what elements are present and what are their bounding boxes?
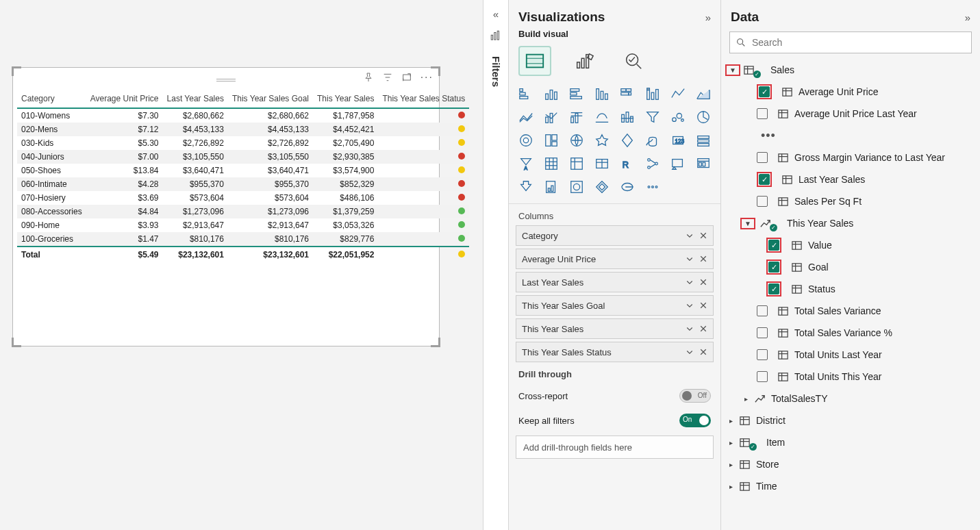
viz-type-icon[interactable] [566,177,588,197]
tree-table[interactable]: ▼✓Sales [725,59,976,81]
collapse-data-icon[interactable]: » [965,12,970,23]
table-row[interactable]: 020-Mens$7.12$4,453,133$4,453,133$4,452,… [17,123,469,136]
viz-type-icon[interactable] [667,108,688,127]
viz-type-icon[interactable] [541,84,562,103]
tree-table[interactable]: ▸Time [725,475,976,497]
expand-caret-icon[interactable]: ▸ [725,483,736,490]
remove-icon[interactable] [699,301,707,310]
viz-type-icon[interactable]: R [617,154,638,173]
expand-caret-icon[interactable]: ▸ [725,461,736,468]
table-row[interactable]: 010-Womens$7.30$2,680,662$2,680,662$1,78… [17,108,469,123]
column-header[interactable]: This Year Sales [313,91,378,108]
viz-type-icon[interactable] [566,108,588,127]
field-checkbox[interactable] [757,371,768,382]
tab-analytics[interactable] [617,46,650,76]
viz-type-icon[interactable] [592,154,613,173]
table-row[interactable]: 100-Groceries$1.47$810,176$810,176$829,7… [17,232,469,247]
viz-type-icon[interactable] [617,84,638,103]
viz-type-icon[interactable] [541,131,562,150]
tree-field[interactable]: Total Sales Variance % [725,322,976,344]
field-checkbox[interactable] [757,196,768,207]
viz-type-icon[interactable] [667,84,688,103]
remove-icon[interactable] [699,278,707,286]
viz-type-icon[interactable] [516,108,537,127]
collapse-viz-icon[interactable]: » [705,12,711,23]
viz-type-icon[interactable] [692,154,714,173]
field-well[interactable]: Category [516,225,714,246]
search-box[interactable] [729,31,972,53]
tree-kpi[interactable]: ▼✓This Year Sales [725,212,976,234]
field-checkbox[interactable] [757,327,768,338]
filter-icon[interactable] [382,72,393,85]
table-row[interactable]: 040-Juniors$7.00$3,105,550$3,105,550$2,9… [17,150,469,164]
expand-caret-icon[interactable]: ▸ [725,439,736,446]
field-checkbox[interactable] [757,349,768,360]
viz-type-icon[interactable] [692,131,714,150]
report-canvas[interactable]: ··· CategoryAverage Unit PriceLast Year … [0,0,483,530]
focus-mode-icon[interactable] [401,72,412,85]
field-checkbox[interactable] [768,283,779,294]
field-well[interactable]: This Year Sales Goal [516,295,714,316]
viz-type-icon[interactable] [516,177,537,197]
pin-icon[interactable] [363,72,374,85]
search-input[interactable] [752,37,966,48]
tab-build-visual[interactable] [518,46,551,76]
viz-type-icon[interactable] [642,108,663,127]
table-row[interactable]: 060-Intimate$4.28$955,370$955,370$852,32… [17,177,469,191]
field-checkbox[interactable] [768,262,779,273]
tree-table[interactable]: ▸Store [725,453,976,475]
viz-type-icon[interactable] [667,154,688,173]
field-checkbox[interactable] [757,305,768,316]
viz-type-icon[interactable] [692,84,714,103]
tree-field[interactable]: Sales Per Sq Ft [725,190,976,212]
tree-field[interactable]: Total Units This Year [725,366,976,388]
tree-field[interactable]: Gross Margin Variance to Last Year [725,147,976,168]
table-visual[interactable]: ··· CategoryAverage Unit PriceLast Year … [12,67,440,346]
tree-table[interactable]: ▸District [725,409,976,431]
chevron-down-icon[interactable] [686,325,694,333]
viz-type-icon[interactable] [541,108,562,127]
tree-table[interactable]: ▸✓Item [725,431,976,453]
expand-caret-icon[interactable]: ▸ [725,417,736,425]
chevron-down-icon[interactable] [686,278,694,286]
viz-type-icon[interactable] [541,154,562,173]
viz-type-icon[interactable] [516,131,537,150]
drill-through-dropwell[interactable]: Add drill-through fields here [516,436,714,459]
column-header[interactable]: Average Unit Price [86,91,163,108]
viz-type-icon[interactable] [617,131,638,150]
cross-report-toggle[interactable]: Off [679,389,711,403]
viz-type-icon[interactable] [566,154,588,173]
viz-type-icon[interactable]: A [516,154,537,173]
column-header[interactable]: This Year Sales Goal [228,91,313,108]
viz-type-icon[interactable] [592,131,613,150]
viz-type-icon[interactable] [592,84,613,103]
viz-type-icon[interactable] [617,108,638,127]
filters-pane-collapsed[interactable]: « Filters [483,0,509,530]
table-row[interactable]: 050-Shoes$13.84$3,640,471$3,640,471$3,57… [17,164,469,177]
tree-field[interactable]: Average Unit Price Last Year [725,103,976,125]
expand-caret-icon[interactable]: ▼ [742,220,753,227]
field-checkbox[interactable] [759,174,770,185]
viz-type-icon[interactable] [566,84,588,103]
field-checkbox[interactable] [757,152,768,163]
table-row[interactable]: 090-Home$3.93$2,913,647$2,913,647$3,053,… [17,218,469,232]
tree-field[interactable]: Last Year Sales [725,168,976,190]
chevron-down-icon[interactable] [686,301,694,310]
expand-caret-icon[interactable]: ▸ [740,395,751,403]
table-row[interactable]: 080-Accessories$4.84$1,273,096$1,273,096… [17,205,469,218]
field-checkbox[interactable] [759,86,770,97]
tree-more[interactable]: ••• [725,125,976,147]
column-header[interactable]: This Year Sales Status [378,91,469,108]
remove-icon[interactable] [699,255,707,263]
chevron-down-icon[interactable] [686,255,694,263]
column-header[interactable]: Last Year Sales [163,91,228,108]
tree-kpi-child[interactable]: Goal [725,256,976,278]
tree-field[interactable]: Total Sales Variance [725,300,976,322]
expand-filters-icon[interactable]: « [493,8,499,20]
viz-type-icon[interactable] [516,84,537,103]
remove-icon[interactable] [699,348,707,356]
viz-type-icon[interactable] [541,177,562,197]
field-well[interactable]: This Year Sales Status [516,342,714,362]
table-row[interactable]: 070-Hosiery$3.69$573,604$573,604$486,106 [17,191,469,205]
chevron-down-icon[interactable] [686,348,694,356]
